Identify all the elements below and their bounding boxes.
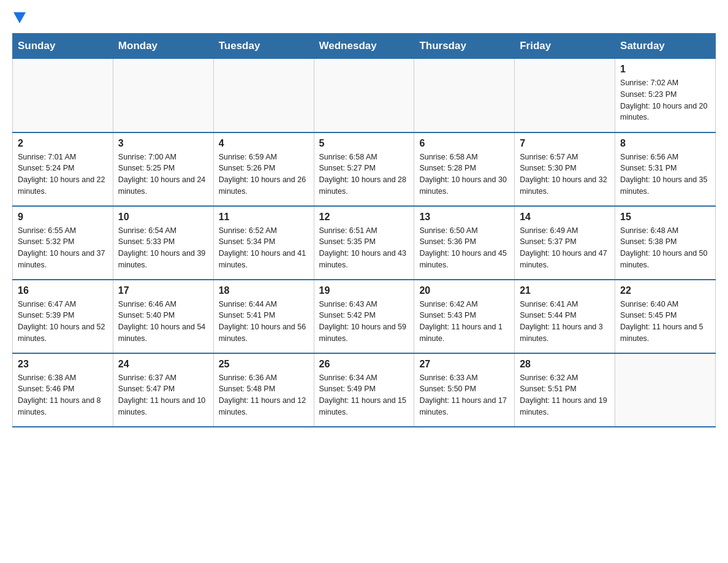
calendar-cell: 28Sunrise: 6:32 AM Sunset: 5:51 PM Dayli… (515, 353, 615, 427)
calendar-cell: 13Sunrise: 6:50 AM Sunset: 5:36 PM Dayli… (414, 206, 515, 280)
day-header-monday: Monday (113, 34, 213, 59)
day-info: Sunrise: 7:01 AM Sunset: 5:24 PM Dayligh… (18, 151, 108, 197)
day-header-sunday: Sunday (13, 34, 113, 59)
calendar-table: SundayMondayTuesdayWednesdayThursdayFrid… (12, 33, 716, 427)
day-info: Sunrise: 6:49 AM Sunset: 5:37 PM Dayligh… (520, 225, 610, 271)
day-info: Sunrise: 6:52 AM Sunset: 5:34 PM Dayligh… (219, 225, 309, 271)
week-row-1: 1Sunrise: 7:02 AM Sunset: 5:23 PM Daylig… (13, 59, 716, 132)
week-row-4: 16Sunrise: 6:47 AM Sunset: 5:39 PM Dayli… (13, 280, 716, 353)
day-info: Sunrise: 6:59 AM Sunset: 5:26 PM Dayligh… (219, 151, 309, 197)
day-number: 16 (18, 285, 108, 296)
calendar-cell (13, 59, 113, 132)
day-number: 22 (620, 285, 710, 296)
day-info: Sunrise: 6:58 AM Sunset: 5:27 PM Dayligh… (319, 151, 409, 197)
calendar-cell (515, 59, 615, 132)
calendar-cell: 14Sunrise: 6:49 AM Sunset: 5:37 PM Dayli… (515, 206, 615, 280)
day-number: 26 (319, 359, 409, 370)
day-header-friday: Friday (515, 34, 615, 59)
day-number: 12 (319, 212, 409, 223)
day-info: Sunrise: 6:36 AM Sunset: 5:48 PM Dayligh… (219, 372, 309, 418)
calendar-body: 1Sunrise: 7:02 AM Sunset: 5:23 PM Daylig… (13, 59, 716, 427)
day-number: 6 (419, 138, 509, 149)
calendar-cell: 25Sunrise: 6:36 AM Sunset: 5:48 PM Dayli… (213, 353, 314, 427)
calendar-cell: 7Sunrise: 6:57 AM Sunset: 5:30 PM Daylig… (515, 132, 615, 206)
week-row-2: 2Sunrise: 7:01 AM Sunset: 5:24 PM Daylig… (13, 132, 716, 206)
calendar-cell: 6Sunrise: 6:58 AM Sunset: 5:28 PM Daylig… (414, 132, 515, 206)
day-info: Sunrise: 6:58 AM Sunset: 5:28 PM Dayligh… (419, 151, 509, 197)
week-row-5: 23Sunrise: 6:38 AM Sunset: 5:46 PM Dayli… (13, 353, 716, 427)
calendar-cell (213, 59, 314, 132)
page-header (12, 12, 716, 23)
calendar-cell: 27Sunrise: 6:33 AM Sunset: 5:50 PM Dayli… (414, 353, 515, 427)
day-info: Sunrise: 6:50 AM Sunset: 5:36 PM Dayligh… (419, 225, 509, 271)
calendar-cell: 20Sunrise: 6:42 AM Sunset: 5:43 PM Dayli… (414, 280, 515, 353)
calendar-cell: 18Sunrise: 6:44 AM Sunset: 5:41 PM Dayli… (213, 280, 314, 353)
day-info: Sunrise: 6:56 AM Sunset: 5:31 PM Dayligh… (620, 151, 710, 197)
calendar-cell: 2Sunrise: 7:01 AM Sunset: 5:24 PM Daylig… (13, 132, 113, 206)
day-info: Sunrise: 6:40 AM Sunset: 5:45 PM Dayligh… (620, 299, 710, 345)
day-info: Sunrise: 6:38 AM Sunset: 5:46 PM Dayligh… (18, 372, 108, 418)
day-info: Sunrise: 6:32 AM Sunset: 5:51 PM Dayligh… (520, 372, 610, 418)
day-number: 1 (620, 64, 710, 75)
day-number: 11 (219, 212, 309, 223)
calendar-cell: 26Sunrise: 6:34 AM Sunset: 5:49 PM Dayli… (314, 353, 414, 427)
calendar-cell: 5Sunrise: 6:58 AM Sunset: 5:27 PM Daylig… (314, 132, 414, 206)
day-number: 3 (118, 138, 208, 149)
calendar-cell (314, 59, 414, 132)
day-info: Sunrise: 6:44 AM Sunset: 5:41 PM Dayligh… (219, 299, 309, 345)
day-info: Sunrise: 6:57 AM Sunset: 5:30 PM Dayligh… (520, 151, 610, 197)
day-info: Sunrise: 6:43 AM Sunset: 5:42 PM Dayligh… (319, 299, 409, 345)
day-header-tuesday: Tuesday (213, 34, 314, 59)
day-info: Sunrise: 6:51 AM Sunset: 5:35 PM Dayligh… (319, 225, 409, 271)
day-info: Sunrise: 6:37 AM Sunset: 5:47 PM Dayligh… (118, 372, 208, 418)
day-info: Sunrise: 6:54 AM Sunset: 5:33 PM Dayligh… (118, 225, 208, 271)
calendar-cell: 1Sunrise: 7:02 AM Sunset: 5:23 PM Daylig… (615, 59, 716, 132)
day-number: 24 (118, 359, 208, 370)
day-info: Sunrise: 7:02 AM Sunset: 5:23 PM Dayligh… (620, 77, 710, 123)
week-row-3: 9Sunrise: 6:55 AM Sunset: 5:32 PM Daylig… (13, 206, 716, 280)
day-info: Sunrise: 6:55 AM Sunset: 5:32 PM Dayligh… (18, 225, 108, 271)
calendar-cell: 19Sunrise: 6:43 AM Sunset: 5:42 PM Dayli… (314, 280, 414, 353)
calendar-cell: 22Sunrise: 6:40 AM Sunset: 5:45 PM Dayli… (615, 280, 716, 353)
day-number: 15 (620, 212, 710, 223)
day-number: 21 (520, 285, 610, 296)
day-number: 20 (419, 285, 509, 296)
day-info: Sunrise: 6:48 AM Sunset: 5:38 PM Dayligh… (620, 225, 710, 271)
calendar-cell: 24Sunrise: 6:37 AM Sunset: 5:47 PM Dayli… (113, 353, 213, 427)
day-number: 7 (520, 138, 610, 149)
calendar-cell: 16Sunrise: 6:47 AM Sunset: 5:39 PM Dayli… (13, 280, 113, 353)
day-number: 19 (319, 285, 409, 296)
day-number: 18 (219, 285, 309, 296)
day-number: 27 (419, 359, 509, 370)
calendar-cell: 15Sunrise: 6:48 AM Sunset: 5:38 PM Dayli… (615, 206, 716, 280)
day-number: 14 (520, 212, 610, 223)
calendar-cell: 8Sunrise: 6:56 AM Sunset: 5:31 PM Daylig… (615, 132, 716, 206)
day-info: Sunrise: 6:33 AM Sunset: 5:50 PM Dayligh… (419, 372, 509, 418)
calendar-cell: 23Sunrise: 6:38 AM Sunset: 5:46 PM Dayli… (13, 353, 113, 427)
calendar-cell: 21Sunrise: 6:41 AM Sunset: 5:44 PM Dayli… (515, 280, 615, 353)
day-header-thursday: Thursday (414, 34, 515, 59)
day-number: 28 (520, 359, 610, 370)
day-info: Sunrise: 6:47 AM Sunset: 5:39 PM Dayligh… (18, 299, 108, 345)
day-info: Sunrise: 6:42 AM Sunset: 5:43 PM Dayligh… (419, 299, 509, 345)
day-number: 10 (118, 212, 208, 223)
day-info: Sunrise: 7:00 AM Sunset: 5:25 PM Dayligh… (118, 151, 208, 197)
calendar-cell: 17Sunrise: 6:46 AM Sunset: 5:40 PM Dayli… (113, 280, 213, 353)
day-number: 13 (419, 212, 509, 223)
day-header-wednesday: Wednesday (314, 34, 414, 59)
calendar-header: SundayMondayTuesdayWednesdayThursdayFrid… (13, 34, 716, 59)
calendar-cell: 12Sunrise: 6:51 AM Sunset: 5:35 PM Dayli… (314, 206, 414, 280)
day-number: 2 (18, 138, 108, 149)
day-header-row: SundayMondayTuesdayWednesdayThursdayFrid… (13, 34, 716, 59)
logo-triangle-icon (13, 12, 26, 23)
day-number: 25 (219, 359, 309, 370)
day-info: Sunrise: 6:41 AM Sunset: 5:44 PM Dayligh… (520, 299, 610, 345)
day-number: 9 (18, 212, 108, 223)
day-number: 8 (620, 138, 710, 149)
calendar-cell (615, 353, 716, 427)
day-number: 23 (18, 359, 108, 370)
calendar-cell: 4Sunrise: 6:59 AM Sunset: 5:26 PM Daylig… (213, 132, 314, 206)
calendar-cell (113, 59, 213, 132)
calendar-cell: 11Sunrise: 6:52 AM Sunset: 5:34 PM Dayli… (213, 206, 314, 280)
day-number: 4 (219, 138, 309, 149)
